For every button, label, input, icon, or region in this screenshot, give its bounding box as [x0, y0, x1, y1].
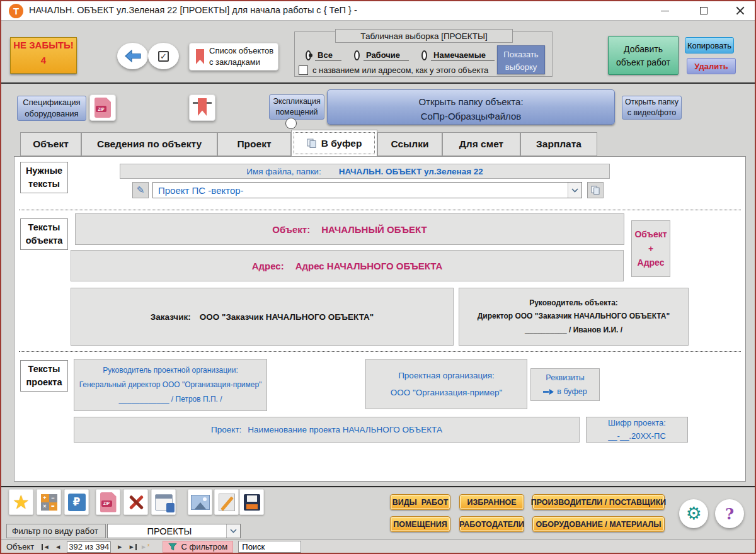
ruble-rates-button[interactable]: ₽	[64, 489, 89, 515]
open-media-folder-button[interactable]: Открыть папку с видео/фото	[622, 96, 682, 120]
project-field[interactable]: Проект: Наименование проекта НАЧАЛЬНОГО …	[74, 417, 580, 443]
chevron-down-icon[interactable]	[226, 524, 240, 538]
settings-button[interactable]: ⚙	[679, 499, 708, 528]
same-name-checkbox[interactable]	[299, 65, 308, 75]
radio-all-label[interactable]: Все	[315, 50, 341, 61]
app-logo-icon: Т	[9, 4, 23, 18]
tab-object[interactable]: Объект	[20, 132, 81, 156]
zip-archive-button[interactable]: ZIP	[89, 94, 116, 121]
dont-forget-button[interactable]: НЕ ЗАБЫТЬ! 4	[10, 37, 77, 74]
first-record-button[interactable]: ◄	[39, 541, 52, 553]
search-input[interactable]	[238, 541, 301, 553]
customer-value: ООО "Заказчик НАЧАЛЬНОГО ОБЪЕКТА"	[200, 312, 374, 322]
employers-button[interactable]: РАБОТОДАТЕЛИ	[459, 516, 524, 532]
open-media-folder-line2: с видео/фото	[627, 108, 677, 119]
filename-value: НАЧАЛЬН. ОБЪЕКТ ул.Зеленая 22	[339, 167, 483, 176]
bottom-separator	[1, 486, 755, 487]
filename-field[interactable]: Имя файла, папки: НАЧАЛЬН. ОБЪЕКТ ул.Зел…	[120, 164, 610, 179]
previous-record-button[interactable]: ◄	[52, 541, 64, 553]
tab-links[interactable]: Ссылки	[377, 132, 442, 156]
record-position-box[interactable]: 392 из 394	[67, 541, 111, 553]
copy-object-button[interactable]: Копировать	[685, 37, 734, 54]
opa-line3: Адрес	[638, 256, 665, 269]
chevron-down-icon[interactable]	[568, 183, 581, 198]
show-selection-line2: выборку	[498, 61, 544, 74]
filtered-state-button[interactable]: С фильтром	[163, 541, 233, 553]
tab-salary[interactable]: Зарплата	[520, 132, 597, 156]
tab-estimates[interactable]: Для смет	[442, 132, 520, 156]
project-head-line1: Руководитель проектной организации:	[103, 363, 238, 378]
equipment-spec-button[interactable]: Спецификация оборудования	[17, 96, 86, 121]
save-button[interactable]	[239, 489, 264, 515]
object-field[interactable]: Объект: НАЧАЛЬНЫЙ ОБЪЕКТ	[75, 213, 624, 245]
object-texts-label: Тексты объекта	[20, 218, 68, 250]
radio-planned[interactable]	[421, 50, 427, 60]
minimize-icon	[661, 11, 669, 11]
project-cipher-field[interactable]: Шифр проекта: __-__.20ХХ-ПС	[586, 417, 688, 443]
zip-file-icon: ZIP	[94, 98, 111, 118]
dashed-separator	[19, 351, 741, 352]
open-object-folder-button[interactable]: Открыть папку объекта: СоПр-ОбразцыФайло…	[327, 89, 615, 125]
bookmarked-objects-button[interactable]: Список объектов с закладками	[189, 43, 278, 71]
object-value: НАЧАЛЬНЫЙ ОБЪЕКТ	[321, 224, 427, 235]
add-work-object-line1: Добавить	[609, 43, 678, 56]
form-button[interactable]	[151, 489, 176, 515]
maximize-icon	[700, 7, 707, 14]
object-plus-address-button[interactable]: Объект + Адрес	[631, 220, 670, 277]
object-head-field[interactable]: Руководитель объекта: Директор ООО "Зака…	[459, 288, 689, 346]
minimize-button[interactable]	[650, 1, 679, 20]
tools-icon	[127, 493, 146, 512]
open-media-folder-line1: Открыть папку	[625, 97, 679, 108]
back-button[interactable]	[117, 43, 148, 69]
radio-working-label[interactable]: Рабочие	[364, 50, 409, 61]
object-head-line2: Директор ООО "Заказчик НАЧАЛЬНОГО ОБЪЕКТ…	[478, 310, 670, 324]
radio-working[interactable]	[354, 50, 360, 60]
notes-button[interactable]	[214, 489, 239, 515]
needed-text-combobox-value: Проект ПС -вектор-	[153, 185, 568, 196]
work-types-button[interactable]: ВИДЫ РАБОТ	[390, 494, 450, 510]
object-head-line1: Руководитель объекта:	[529, 297, 618, 310]
maximize-button[interactable]	[689, 1, 718, 20]
zip-archive-button-bottom[interactable]: ZIP	[96, 489, 120, 515]
next-record-button[interactable]: ►	[113, 541, 126, 553]
show-selection-button[interactable]: Показать выборку	[497, 45, 545, 74]
calculator-button[interactable]: +− ×=	[37, 489, 61, 515]
tab-project[interactable]: Проект	[217, 132, 291, 156]
needed-text-combobox[interactable]: Проект ПС -вектор-	[152, 182, 582, 198]
project-label: Проект:	[211, 425, 241, 434]
toolbar-separator	[1, 82, 755, 84]
filename-label: Имя файла, папки:	[246, 167, 321, 176]
close-button[interactable]	[726, 1, 755, 20]
same-name-checkbox-label[interactable]: с названием или адресом, как у этого объ…	[312, 65, 488, 75]
tools-button[interactable]	[123, 489, 148, 515]
rooms-button[interactable]: ПОМЕЩЕНИЯ	[390, 516, 450, 532]
bookmark-toggle-button[interactable]	[189, 94, 215, 121]
tab-to-clipboard[interactable]: В буфер	[291, 130, 377, 157]
radio-planned-label[interactable]: Намечаемые	[431, 50, 495, 61]
cipher-line1: Шифр проекта:	[608, 417, 666, 430]
manufacturers-suppliers-button[interactable]: ПРОИЗВОДИТЕЛИ / ПОСТАВЩИКИ	[532, 494, 665, 510]
room-explication-button[interactable]: Экспликация помещений	[269, 94, 324, 120]
radio-all[interactable]	[306, 50, 311, 60]
tab-object-info[interactable]: Сведения по объекту	[81, 132, 217, 156]
project-head-field[interactable]: Руководитель проектной организации: Гене…	[74, 359, 267, 411]
add-work-object-button[interactable]: Добавить объект работ	[608, 36, 679, 75]
project-org-field[interactable]: Проектная организация: ООО "Организация-…	[365, 359, 527, 409]
star-icon: ★	[13, 493, 30, 512]
last-record-button[interactable]: ►	[126, 541, 139, 553]
favorites-button[interactable]: ★	[9, 489, 33, 515]
option-dot[interactable]	[285, 118, 297, 129]
checklist-button[interactable]: ✓	[148, 43, 179, 69]
copy-text-button[interactable]	[587, 182, 604, 198]
work-type-filter-combobox[interactable]: ПРОЕКТЫ	[107, 524, 241, 538]
edit-button[interactable]: ✎	[132, 182, 149, 198]
help-button[interactable]: ?	[715, 499, 744, 528]
address-field[interactable]: Адрес: Адрес НАЧАЛЬНОГО ОБЪЕКТА	[71, 250, 624, 281]
requisites-to-clipboard-button[interactable]: Реквизиты в буфер	[530, 368, 600, 401]
delete-object-button[interactable]: Удалить	[687, 58, 736, 74]
equipment-materials-button[interactable]: ОБОРУДОВАНИЕ / МАТЕРИАЛЫ	[532, 516, 665, 532]
open-object-folder-line1: Открыть папку объекта:	[328, 94, 614, 109]
favorites-list-button[interactable]: ИЗБРАННОЕ	[459, 494, 524, 510]
images-button[interactable]	[188, 489, 212, 515]
customer-field[interactable]: Заказчик: ООО "Заказчик НАЧАЛЬНОГО ОБЪЕК…	[71, 288, 454, 346]
